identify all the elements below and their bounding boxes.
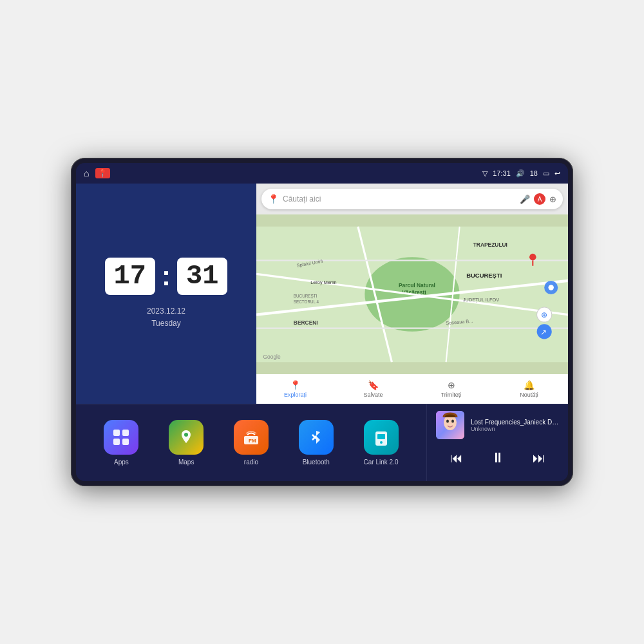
svg-text:FM: FM [249, 438, 256, 444]
back-icon[interactable]: ↩ [554, 169, 560, 178]
clock-widget: 17 : 31 2023.12.12 Tuesday [76, 184, 256, 404]
nav-controls: ⌂ 📍 [84, 168, 110, 178]
clock-display: 17 : 31 [105, 258, 228, 295]
map-nav-news[interactable]: 🔔 Noutăți [490, 380, 568, 398]
volume-icon: 🔊 [516, 169, 525, 178]
map-widget[interactable]: 📍 Căutați aici 🎤 A ⊕ [256, 184, 568, 404]
music-player: Lost Frequencies_Janieck Devy-... Unknow… [426, 404, 568, 481]
status-time: 17:31 [493, 169, 511, 177]
saved-icon: 🔖 [368, 380, 379, 390]
home-icon[interactable]: ⌂ [84, 168, 89, 178]
car-head-unit: ⌂ 📍 ▽ 17:31 🔊 18 ▭ ↩ 17 : [71, 158, 573, 486]
more-icon[interactable]: ⊕ [549, 194, 556, 204]
next-button[interactable]: ⏭ [526, 448, 552, 468]
music-artist: Unknown [471, 426, 559, 432]
device-screen: ⌂ 📍 ▽ 17:31 🔊 18 ▭ ↩ 17 : [76, 163, 568, 481]
svg-text:⊕: ⊕ [541, 311, 547, 319]
app-icon-carlink[interactable]: Car Link 2.0 [364, 420, 399, 466]
map-search-actions: 🎤 A ⊕ [520, 193, 556, 205]
battery-level: 18 [530, 169, 538, 177]
explore-icon: 📍 [290, 380, 301, 390]
app-icon-bluetooth[interactable]: Bluetooth [299, 420, 334, 466]
map-search-bar[interactable]: 📍 Căutați aici 🎤 A ⊕ [261, 189, 563, 209]
app-icon-apps[interactable]: Apps [104, 420, 138, 466]
map-nav-share[interactable]: ⊕ Trimiteți [412, 380, 490, 398]
svg-point-20 [548, 285, 553, 290]
svg-text:Google: Google [263, 354, 281, 360]
clock-colon: : [162, 261, 171, 292]
svg-text:BUCUREȘTI: BUCUREȘTI [294, 294, 317, 299]
radio-icon: FM [242, 428, 260, 446]
map-nav-explore[interactable]: 📍 Explorați [256, 380, 334, 398]
map-nav-saved[interactable]: 🔖 Salvate [334, 380, 412, 398]
svg-rect-28 [113, 430, 120, 436]
app-icons-area: Apps Maps [76, 404, 426, 481]
carlink-icon-bg [364, 420, 399, 455]
carlink-icon [372, 428, 390, 446]
svg-point-41 [451, 420, 454, 423]
bluetooth-icon-bg [299, 420, 334, 455]
music-details: Lost Frequencies_Janieck Devy-... Unknow… [471, 419, 559, 432]
svg-text:TRAPEZULUI: TRAPEZULUI [473, 242, 507, 248]
share-icon: ⊕ [448, 380, 455, 390]
radio-label: radio [244, 459, 258, 466]
main-content: 17 : 31 2023.12.12 Tuesday 📍 Căutați aic… [76, 184, 568, 481]
signal-icon: ▽ [482, 169, 488, 178]
top-section: 17 : 31 2023.12.12 Tuesday 📍 Căutați aic… [76, 184, 568, 404]
music-title: Lost Frequencies_Janieck Devy-... [471, 419, 559, 426]
status-bar: ⌂ 📍 ▽ 17:31 🔊 18 ▭ ↩ [76, 163, 568, 184]
clock-minutes: 31 [177, 258, 227, 295]
svg-text:BERCENI: BERCENI [294, 319, 318, 326]
share-label: Trimiteți [441, 392, 462, 398]
apps-icon-bg [104, 420, 138, 455]
saved-label: Salvate [363, 392, 383, 398]
app-icon-maps[interactable]: Maps [169, 420, 204, 466]
svg-rect-29 [122, 430, 129, 436]
music-thumbnail [436, 411, 464, 439]
bottom-section: Apps Maps [76, 404, 568, 481]
news-label: Noutăți [520, 392, 538, 398]
map-body[interactable]: Parcul Natural Văcărești Splaiul Unirii [256, 214, 568, 374]
prev-button[interactable]: ⏮ [444, 448, 469, 468]
maps-shortcut-icon[interactable]: 📍 [95, 168, 110, 178]
bluetooth-label: Bluetooth [303, 459, 330, 466]
map-bottom-nav: 📍 Explorați 🔖 Salvate ⊕ Trimiteți 🔔 [256, 374, 568, 404]
maps-icon [178, 429, 194, 446]
battery-icon: ▭ [543, 169, 549, 178]
radio-icon-bg: FM [234, 420, 269, 455]
maps-icon-bg [169, 420, 204, 455]
music-controls: ⏮ ⏸ ⏭ [436, 447, 559, 469]
map-search-input[interactable]: Căutați aici [283, 194, 516, 204]
svg-text:BUCUREȘTI: BUCUREȘTI [466, 272, 502, 279]
svg-text:JUDEȚUL ILFOV: JUDEȚUL ILFOV [463, 297, 499, 303]
svg-text:↗: ↗ [540, 328, 547, 336]
apps-icon [112, 428, 130, 446]
music-info-area: Lost Frequencies_Janieck Devy-... Unknow… [436, 411, 559, 439]
maps-label: Maps [178, 459, 194, 466]
svg-point-25 [529, 254, 536, 261]
bluetooth-icon [307, 428, 325, 446]
clock-date: 2023.12.12 Tuesday [147, 305, 185, 330]
status-indicators: ▽ 17:31 🔊 18 ▭ ↩ [482, 169, 560, 178]
map-pin-icon: 📍 [268, 194, 279, 204]
apps-label: Apps [114, 459, 129, 466]
svg-rect-31 [122, 439, 129, 445]
mic-icon[interactable]: 🎤 [520, 194, 530, 204]
svg-text:SECTORUL 4: SECTORUL 4 [294, 299, 319, 304]
svg-rect-30 [113, 439, 120, 445]
account-icon[interactable]: A [534, 193, 545, 205]
svg-point-40 [446, 420, 449, 423]
svg-point-37 [380, 441, 383, 444]
svg-text:Leroy Merlin: Leroy Merlin [310, 279, 336, 285]
play-pause-button[interactable]: ⏸ [484, 447, 511, 469]
app-icon-radio[interactable]: FM radio [234, 420, 269, 466]
news-icon: 🔔 [524, 380, 535, 390]
explore-label: Explorați [284, 392, 307, 398]
svg-text:Parcul Natural: Parcul Natural [399, 282, 435, 289]
svg-rect-36 [377, 434, 385, 439]
carlink-label: Car Link 2.0 [364, 459, 399, 466]
clock-hours: 17 [105, 258, 155, 295]
svg-point-32 [184, 433, 188, 437]
